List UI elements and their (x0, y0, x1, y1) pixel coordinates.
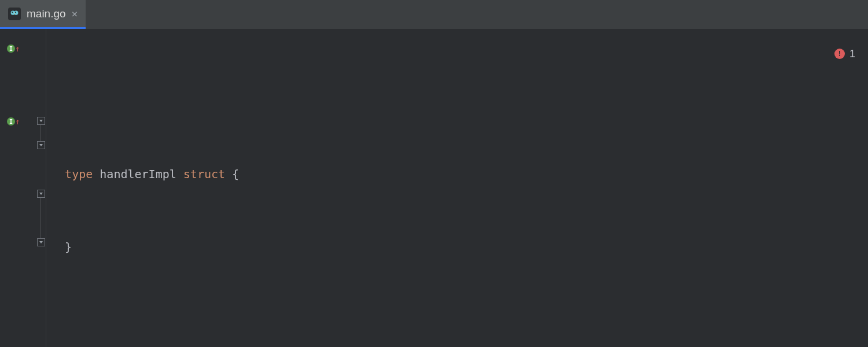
fold-toggle[interactable] (37, 141, 45, 149)
up-arrow-icon: ↑ (15, 44, 20, 53)
up-arrow-icon: ↑ (15, 117, 20, 126)
close-icon[interactable]: × (72, 8, 78, 20)
implements-marker[interactable]: I ↑ (7, 117, 20, 126)
code-line[interactable]: } (51, 235, 868, 259)
impl-icon: I (7, 117, 15, 125)
implements-marker[interactable]: I ↑ (7, 44, 20, 53)
editor: I ↑ I ↑ ! 1 type handlerImpl struct { } … (0, 29, 868, 347)
code-area[interactable]: ! 1 type handlerImpl struct { } func (h … (46, 29, 868, 347)
fold-toggle[interactable] (37, 117, 45, 125)
svg-point-3 (12, 12, 13, 13)
tab-filename: main.go (27, 8, 66, 20)
fold-line (41, 125, 41, 141)
error-icon: ! (834, 49, 845, 59)
code-line[interactable]: type handlerImpl struct { (51, 162, 868, 186)
impl-icon: I (7, 45, 15, 53)
fold-toggle[interactable] (37, 190, 45, 198)
fold-line (41, 198, 41, 238)
fold-toggle[interactable] (37, 238, 45, 246)
tab-bar: main.go × (0, 0, 868, 29)
gutter[interactable]: I ↑ I ↑ (0, 29, 46, 347)
error-count: 1 (849, 42, 855, 66)
svg-point-2 (14, 10, 18, 14)
editor-tab-main-go[interactable]: main.go × (0, 0, 86, 29)
go-file-icon (8, 8, 21, 20)
svg-point-4 (15, 12, 16, 13)
error-indicator[interactable]: ! 1 (834, 42, 855, 66)
code-line[interactable] (51, 308, 868, 332)
svg-point-5 (14, 13, 15, 14)
